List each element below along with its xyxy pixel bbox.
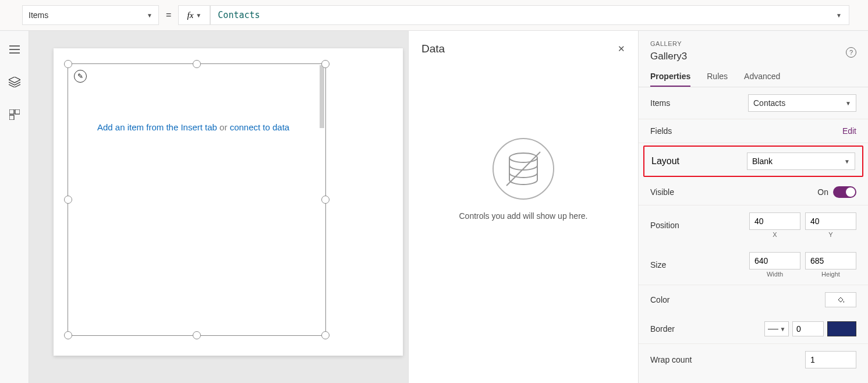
tab-rules[interactable]: Rules: [707, 72, 728, 87]
size-label: Size: [650, 260, 666, 269]
visible-toggle[interactable]: [833, 186, 856, 198]
resize-handle[interactable]: [64, 331, 72, 339]
border-color-swatch[interactable]: [827, 321, 856, 336]
data-pane-title: Data: [421, 42, 445, 55]
position-y-input[interactable]: [805, 212, 856, 230]
resize-handle[interactable]: [193, 60, 201, 68]
wrap-count-row: Wrap count: [639, 344, 868, 375]
size-height-input[interactable]: [805, 252, 856, 269]
position-label: Position: [650, 221, 679, 230]
items-row: Items Contacts ▼: [639, 87, 868, 119]
components-icon[interactable]: [9, 109, 20, 120]
database-empty-icon: [491, 137, 555, 201]
chevron-down-icon: ▼: [836, 12, 842, 19]
chevron-down-icon: ▼: [844, 158, 850, 165]
items-dropdown-value: Contacts: [753, 98, 785, 108]
data-pane: Data ✕ Controls you add will show up her…: [408, 31, 638, 383]
position-row: Position X Y: [639, 205, 868, 245]
items-dropdown[interactable]: Contacts ▼: [748, 94, 856, 112]
equals-sign: =: [166, 10, 171, 20]
resize-handle[interactable]: [321, 60, 330, 68]
property-selector[interactable]: Items ▼: [22, 5, 159, 25]
fx-label: fx: [187, 10, 193, 20]
formula-bar: Items ▼ = fx ▼ Contacts ▼: [0, 0, 868, 31]
border-style-dropdown[interactable]: ▼: [764, 321, 789, 336]
position-x-input[interactable]: [749, 212, 800, 230]
gallery-scrollbar[interactable]: [320, 65, 324, 128]
paint-bucket-icon: [837, 296, 845, 304]
chevron-down-icon: ▼: [147, 12, 153, 19]
edit-pencil-icon[interactable]: ✎: [74, 70, 87, 83]
tab-properties[interactable]: Properties: [650, 72, 690, 87]
properties-pane: GALLERY Gallery3 ? Properties Rules Adva…: [638, 31, 868, 383]
svg-rect-0: [9, 109, 14, 114]
svg-line-5: [506, 152, 540, 186]
border-width-input[interactable]: [792, 321, 824, 336]
fields-row: Fields Edit: [639, 119, 868, 143]
size-width-input[interactable]: [749, 252, 800, 269]
fields-label: Fields: [650, 126, 672, 136]
app-canvas[interactable]: ✎ Add an item from the Insert tab or con…: [54, 48, 403, 356]
fields-edit-link[interactable]: Edit: [842, 126, 856, 136]
color-picker[interactable]: [825, 292, 856, 307]
color-label: Color: [650, 295, 669, 304]
size-width-label: Width: [767, 271, 783, 278]
size-height-label: Height: [821, 271, 840, 278]
tab-advanced[interactable]: Advanced: [744, 72, 780, 87]
formula-text: Contacts: [218, 10, 260, 20]
close-icon[interactable]: ✕: [618, 44, 625, 54]
visible-value: On: [817, 187, 828, 197]
control-type-label: GALLERY: [650, 40, 856, 47]
property-tabs: Properties Rules Advanced: [639, 66, 868, 87]
chevron-down-icon: ▼: [845, 100, 851, 107]
help-icon[interactable]: ?: [846, 47, 856, 58]
svg-rect-2: [9, 115, 14, 120]
hint-text-1: Add an item from the Insert tab: [97, 122, 219, 132]
data-empty-text: Controls you add will show up here.: [459, 211, 587, 221]
layout-label: Layout: [651, 156, 679, 166]
wrap-count-input[interactable]: [805, 351, 856, 368]
position-x-label: X: [773, 231, 777, 238]
menu-icon[interactable]: [9, 44, 20, 55]
gallery-hint: Add an item from the Insert tab or conne…: [97, 122, 289, 132]
visible-label: Visible: [650, 187, 674, 197]
fx-button[interactable]: fx ▼: [178, 5, 210, 25]
hint-text-or: or: [219, 122, 230, 132]
resize-handle[interactable]: [321, 331, 330, 339]
color-row: Color: [639, 285, 868, 314]
border-row: Border ▼: [639, 314, 868, 344]
layers-icon[interactable]: [9, 76, 20, 88]
formula-input[interactable]: Contacts ▼: [210, 5, 849, 25]
property-selector-value: Items: [29, 10, 48, 20]
layout-row: Layout Blank ▼: [643, 146, 863, 177]
gallery-selection[interactable]: ✎ Add an item from the Insert tab or con…: [68, 63, 326, 336]
control-name: Gallery3: [650, 51, 856, 62]
resize-handle[interactable]: [321, 196, 330, 204]
layout-dropdown[interactable]: Blank ▼: [747, 153, 855, 170]
visible-row: Visible On: [639, 179, 868, 205]
left-rail: [0, 31, 29, 383]
svg-point-4: [509, 153, 537, 162]
hint-connect-link[interactable]: connect to data: [230, 122, 290, 132]
layout-dropdown-value: Blank: [752, 157, 773, 166]
chevron-down-icon: ▼: [780, 326, 786, 332]
resize-handle[interactable]: [64, 196, 72, 204]
chevron-down-icon: ▼: [196, 12, 201, 19]
resize-handle[interactable]: [193, 331, 201, 339]
size-row: Size Width Height: [639, 245, 868, 285]
resize-handle[interactable]: [64, 60, 72, 68]
border-label: Border: [650, 324, 675, 334]
svg-rect-1: [15, 109, 20, 114]
items-label: Items: [650, 98, 670, 108]
canvas-area: ✎ Add an item from the Insert tab or con…: [29, 31, 638, 383]
wrap-count-label: Wrap count: [650, 355, 692, 364]
position-y-label: Y: [828, 231, 832, 238]
